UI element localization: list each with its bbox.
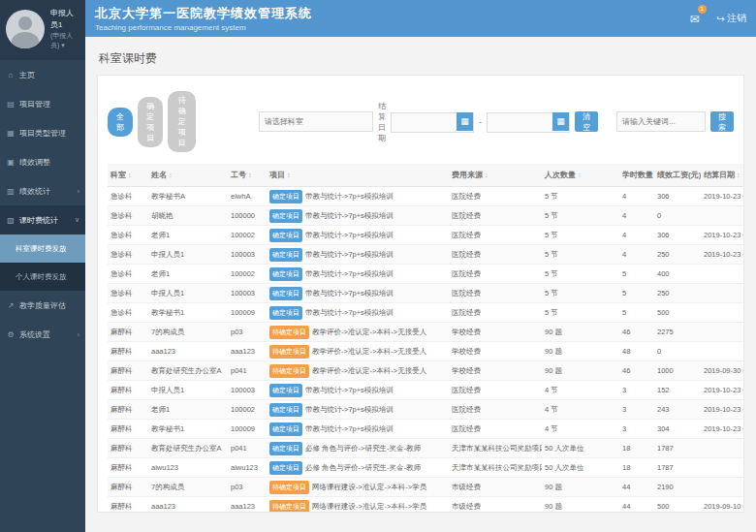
cell-date bbox=[701, 323, 744, 342]
sort-icon[interactable]: ↕ bbox=[169, 172, 173, 178]
messages-button[interactable]: ✉ 1 bbox=[690, 10, 700, 27]
project-detail: 带教与统计->7p+s模拟培训 bbox=[305, 405, 394, 414]
cell-id: 100002 bbox=[228, 265, 267, 284]
department-select-input[interactable] bbox=[259, 111, 373, 132]
cell-project: 待确定项目教学评价->准认定->本科->无接受人 bbox=[267, 361, 449, 381]
cell-name: 申报人员1 bbox=[148, 284, 228, 303]
cell-date: 2019-10-23 00:00:00 bbox=[701, 420, 744, 439]
calendar-icon[interactable]: ▦ bbox=[552, 112, 569, 131]
app-title-cn: 北京大学第一医院教学绩效管理系统 bbox=[95, 5, 312, 22]
search-button[interactable]: 搜索 bbox=[710, 111, 734, 132]
cell-source: 医院经费 bbox=[449, 420, 542, 439]
sidebar-item-0[interactable]: ⌂主页 bbox=[0, 60, 85, 89]
clear-date-button[interactable]: 清空日期 bbox=[575, 111, 598, 132]
filter-all-button[interactable]: 全部 bbox=[108, 108, 133, 137]
column-header: 项目↕ bbox=[267, 164, 449, 187]
project-detail: 网络课程建设->准认定->本科->学员 bbox=[312, 483, 426, 491]
cell-source: 天津市某某科技公司奖励项目 bbox=[449, 458, 542, 478]
cell-project: 确定项目带教与统计->7p+s模拟培训 bbox=[267, 284, 449, 303]
cell-count: 5 节 bbox=[542, 303, 619, 323]
adjust-icon: ▣ bbox=[6, 158, 16, 167]
sidebar-item-7[interactable]: ⚙系统设置› bbox=[0, 320, 85, 349]
project-detail: 带教与统计->7p+s模拟培训 bbox=[305, 386, 394, 394]
cell-project: 待确定项目网络课程建设->准认定->本科->学员 bbox=[267, 478, 449, 497]
keyword-search-input[interactable] bbox=[616, 111, 706, 132]
cell-count: 5 节 bbox=[542, 265, 619, 284]
project-icon: ▤ bbox=[6, 100, 16, 109]
cell-hours: 4 bbox=[619, 206, 654, 226]
cell-dept: 急诊科 bbox=[108, 284, 148, 303]
calendar-icon[interactable]: ▦ bbox=[457, 112, 473, 131]
cell-count: 5 节 bbox=[542, 206, 619, 226]
sidebar-subitem[interactable]: 科室课时费发放 bbox=[0, 235, 85, 263]
cell-date bbox=[701, 206, 744, 226]
fees-table: 科室↕姓名↕工号↕项目↕费用来源↕人次数量↕学时数量↕绩效工资(元)↕结算日期↕… bbox=[108, 164, 744, 513]
cell-hours: 46 bbox=[619, 323, 654, 342]
sidebar-subitem[interactable]: 个人课时费发放 bbox=[0, 263, 85, 291]
cell-id: 100003 bbox=[228, 284, 267, 303]
project-detail: 带教与统计->7p+s模拟培训 bbox=[305, 250, 394, 259]
logout-button[interactable]: ↪ 注销 bbox=[717, 12, 746, 25]
filter-confirmed-button[interactable]: 确定项目 bbox=[138, 97, 163, 147]
sidebar-item-4[interactable]: ▥绩效统计› bbox=[0, 176, 85, 205]
cell-count: 50 人次单位 bbox=[542, 439, 619, 458]
sort-icon[interactable]: ↕ bbox=[287, 172, 291, 178]
cell-source: 学校经费 bbox=[449, 323, 542, 342]
cell-source: 医院经费 bbox=[449, 265, 542, 284]
cell-hours: 4 bbox=[619, 245, 654, 265]
cell-count: 4 节 bbox=[542, 400, 619, 420]
cell-project: 确定项目带教与统计->7p+s模拟培训 bbox=[267, 206, 449, 226]
cell-wage: 306 bbox=[654, 187, 701, 206]
sidebar-item-3[interactable]: ▣绩效调整 bbox=[0, 147, 85, 176]
cell-count: 5 节 bbox=[542, 284, 619, 303]
column-header: 学时数量↕ bbox=[619, 164, 654, 187]
page-title: 科室课时费 bbox=[99, 50, 756, 67]
user-role[interactable]: (申报人员) ▾ bbox=[50, 31, 79, 51]
project-detail: 带教与统计->7p+s模拟培训 bbox=[305, 192, 394, 201]
table-row: 急诊科申报人员1100003确定项目带教与统计->7p+s模拟培训医院经费5 节… bbox=[108, 284, 744, 303]
sidebar-item-5[interactable]: ▧课时费统计∨ bbox=[0, 205, 85, 235]
sidebar-item-1[interactable]: ▤项目管理 bbox=[0, 89, 85, 118]
sort-icon[interactable]: ↕ bbox=[578, 172, 582, 178]
sort-icon[interactable]: ↕ bbox=[128, 172, 132, 178]
sidebar-item-label: 教学质量评估 bbox=[19, 300, 79, 311]
cell-wage: 500 bbox=[654, 303, 701, 323]
cell-project: 待确定项目网络课程建设->准认定->本科->学员 bbox=[267, 497, 449, 514]
cell-date: 2019-10-23 00:00:00 bbox=[701, 381, 744, 400]
cell-project: 确定项目带教与统计->7p+s模拟培训 bbox=[267, 226, 449, 245]
sidebar-item-2[interactable]: ▦项目类型管理 bbox=[0, 118, 85, 147]
chevron-icon: ∨ bbox=[75, 216, 79, 224]
project-status-badge: 待确定项目 bbox=[269, 345, 309, 359]
sidebar-nav: ⌂主页▤项目管理▦项目类型管理▣绩效调整▥绩效统计›▧课时费统计∨科室课时费发放… bbox=[0, 60, 85, 349]
cell-id: 100009 bbox=[228, 420, 267, 439]
cell-date bbox=[701, 284, 744, 303]
cell-wage: 500 bbox=[654, 497, 701, 514]
sort-icon[interactable]: ↕ bbox=[485, 172, 488, 178]
project-status-badge: 确定项目 bbox=[269, 287, 302, 300]
cell-dept: 麻醉科 bbox=[108, 458, 148, 478]
cell-hours: 3 bbox=[619, 381, 654, 400]
content-area: 科室课时费 全部 确定项目 待确定项目 结算日期 ▦ - bbox=[85, 37, 756, 532]
cell-dept: 麻醉科 bbox=[108, 361, 148, 381]
cell-source: 医院经费 bbox=[449, 187, 542, 206]
column-header-label: 费用来源 bbox=[452, 171, 483, 179]
column-header: 绩效工资(元)↕ bbox=[654, 164, 701, 187]
cell-id: eiwhA bbox=[228, 187, 267, 206]
table-row: 麻醉科7的构成员p03待确定项目网络课程建设->准认定->本科->学员市级经费9… bbox=[108, 478, 744, 497]
cell-id: p041 bbox=[228, 439, 267, 458]
cell-hours: 46 bbox=[619, 361, 654, 381]
cell-count: 90 题 bbox=[542, 361, 619, 381]
column-header-label: 工号 bbox=[231, 171, 246, 179]
cell-wage: 1787 bbox=[654, 458, 701, 478]
cell-project: 确定项目必修 角色与评价->研究生-奖金-教师 bbox=[267, 458, 449, 478]
filter-pending-button[interactable]: 待确定项目 bbox=[168, 91, 196, 152]
sort-icon[interactable]: ↕ bbox=[737, 172, 740, 178]
sidebar-item-6[interactable]: ↗教学质量评估 bbox=[0, 291, 85, 320]
gear-icon: ⚙ bbox=[6, 330, 16, 339]
table-header-row: 科室↕姓名↕工号↕项目↕费用来源↕人次数量↕学时数量↕绩效工资(元)↕结算日期↕ bbox=[108, 164, 744, 187]
cell-hours: 4 bbox=[619, 187, 654, 206]
user-panel[interactable]: 申报人员1 (申报人员) ▾ bbox=[0, 0, 85, 60]
sort-icon[interactable]: ↕ bbox=[248, 172, 252, 178]
cell-date: 2019-10-23 00:00:00 bbox=[701, 400, 744, 420]
cell-project: 确定项目带教与统计->7p+s模拟培训 bbox=[267, 265, 449, 284]
